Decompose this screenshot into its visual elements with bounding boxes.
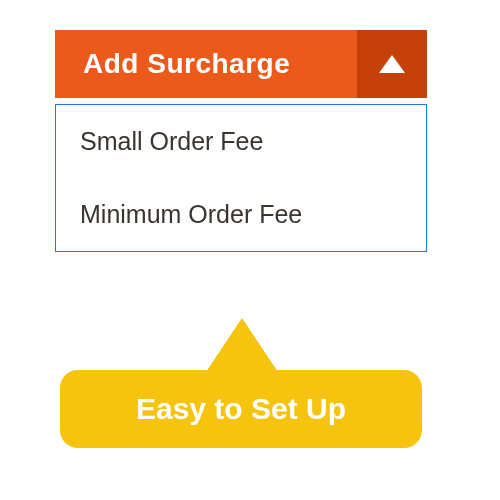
menu-item-minimum-order-fee[interactable]: Minimum Order Fee bbox=[56, 178, 426, 251]
info-callout: Easy to Set Up bbox=[60, 370, 422, 448]
add-surcharge-button-main: Add Surcharge bbox=[55, 30, 357, 98]
menu-item-label: Minimum Order Fee bbox=[80, 200, 302, 228]
dropdown-toggle[interactable] bbox=[357, 30, 427, 98]
menu-item-label: Small Order Fee bbox=[80, 127, 263, 155]
callout-text: Easy to Set Up bbox=[136, 392, 346, 426]
surcharge-menu: Small Order Fee Minimum Order Fee bbox=[55, 104, 427, 252]
add-surcharge-button[interactable]: Add Surcharge bbox=[55, 30, 427, 98]
callout-tail-icon bbox=[206, 318, 278, 372]
chevron-up-icon bbox=[379, 55, 405, 73]
surcharge-dropdown: Add Surcharge Small Order Fee Minimum Or… bbox=[55, 30, 427, 252]
add-surcharge-label: Add Surcharge bbox=[83, 48, 290, 80]
menu-item-small-order-fee[interactable]: Small Order Fee bbox=[56, 105, 426, 178]
screenshot-root: Add Surcharge Small Order Fee Minimum Or… bbox=[0, 0, 500, 500]
